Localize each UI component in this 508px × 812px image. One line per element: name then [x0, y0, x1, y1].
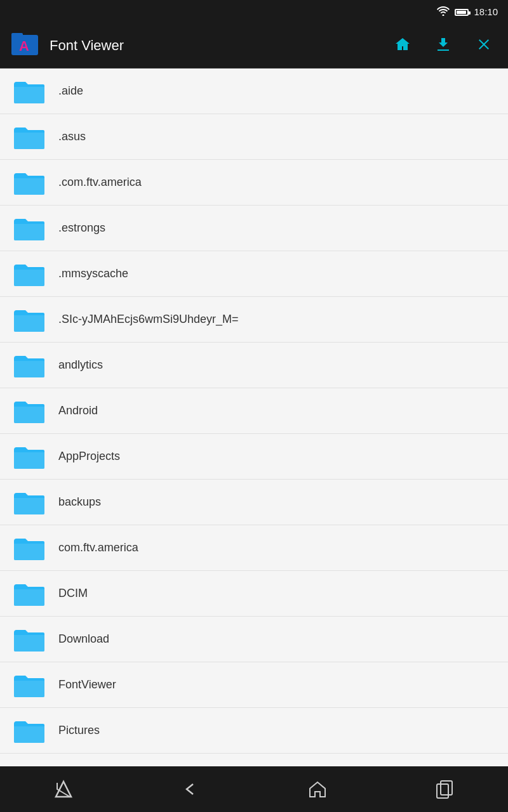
- svg-text:A: A: [19, 38, 29, 54]
- list-item[interactable]: Pictures: [0, 708, 508, 754]
- nav-back-gesture-button[interactable]: [165, 771, 216, 807]
- wifi-icon: [437, 6, 450, 18]
- list-item[interactable]: backups: [0, 480, 508, 525]
- file-list[interactable]: .aide .asus .com.ftv.america .estrongs .…: [0, 69, 508, 766]
- svg-point-0: [443, 14, 444, 16]
- folder-icon: [13, 489, 46, 516]
- folder-name: Pictures: [58, 724, 100, 737]
- folder-icon: [13, 672, 46, 698]
- folder-name: Android: [58, 404, 98, 417]
- app-bar-actions: [389, 30, 498, 61]
- list-item[interactable]: .com.ftv.america: [0, 160, 508, 206]
- folder-name: .SIc-yJMAhEcjs6wmSi9Uhdeyr_M=: [58, 313, 239, 326]
- folder-icon: [13, 398, 46, 424]
- close-button[interactable]: [470, 30, 498, 61]
- folder-icon: [13, 261, 46, 287]
- folder-name: DCIM: [58, 587, 88, 600]
- list-item[interactable]: .asus: [0, 114, 508, 160]
- folder-icon: [13, 580, 46, 607]
- list-item[interactable]: Download: [0, 617, 508, 662]
- folder-name: .com.ftv.america: [58, 176, 142, 189]
- folder-icon: [13, 124, 46, 150]
- list-item[interactable]: DCIM: [0, 571, 508, 617]
- folder-icon: [13, 535, 46, 561]
- home-button[interactable]: [389, 30, 417, 61]
- bottom-nav: [0, 766, 508, 812]
- svg-rect-5: [437, 784, 448, 798]
- folder-name: FontViewer: [58, 678, 116, 691]
- folder-name: backups: [58, 495, 101, 509]
- download-button[interactable]: [429, 30, 457, 61]
- list-item[interactable]: .mmsyscache: [0, 251, 508, 297]
- app-title: Font Viewer: [50, 37, 389, 54]
- status-time: 18:10: [474, 6, 498, 17]
- status-icons: 18:10: [437, 6, 498, 18]
- list-item[interactable]: Ringtones: [0, 754, 508, 766]
- folder-name: .estrongs: [58, 221, 105, 235]
- folder-name: AppProjects: [58, 450, 120, 463]
- folder-name: .mmsyscache: [58, 267, 128, 280]
- nav-recent-button[interactable]: [419, 771, 470, 807]
- folder-icon: [13, 306, 46, 333]
- nav-home-button[interactable]: [292, 771, 343, 807]
- folder-name: andlytics: [58, 358, 103, 372]
- list-item[interactable]: .aide: [0, 69, 508, 114]
- folder-name: .asus: [58, 130, 86, 143]
- svg-rect-2: [11, 33, 23, 38]
- list-item[interactable]: FontViewer: [0, 662, 508, 708]
- status-bar: 18:10: [0, 0, 508, 23]
- folder-icon: [13, 626, 46, 653]
- list-item[interactable]: .estrongs: [0, 206, 508, 251]
- folder-icon: [13, 352, 46, 379]
- folder-name: .aide: [58, 84, 83, 98]
- folder-icon: [13, 717, 46, 744]
- folder-name: Download: [58, 632, 109, 646]
- app-bar: A Font Viewer: [0, 23, 508, 69]
- folder-name: com.ftv.america: [58, 541, 138, 554]
- battery-icon: [455, 7, 469, 16]
- nav-back-button[interactable]: [38, 771, 89, 807]
- folder-icon: [13, 215, 46, 242]
- list-item[interactable]: andlytics: [0, 343, 508, 388]
- folder-icon: [13, 169, 46, 196]
- app-logo: A: [10, 30, 42, 62]
- folder-icon: [13, 78, 46, 105]
- folder-icon: [13, 443, 46, 470]
- list-item[interactable]: AppProjects: [0, 434, 508, 480]
- svg-rect-6: [441, 781, 452, 795]
- list-item[interactable]: Android: [0, 388, 508, 434]
- list-item[interactable]: com.ftv.america: [0, 525, 508, 571]
- list-item[interactable]: .SIc-yJMAhEcjs6wmSi9Uhdeyr_M=: [0, 297, 508, 343]
